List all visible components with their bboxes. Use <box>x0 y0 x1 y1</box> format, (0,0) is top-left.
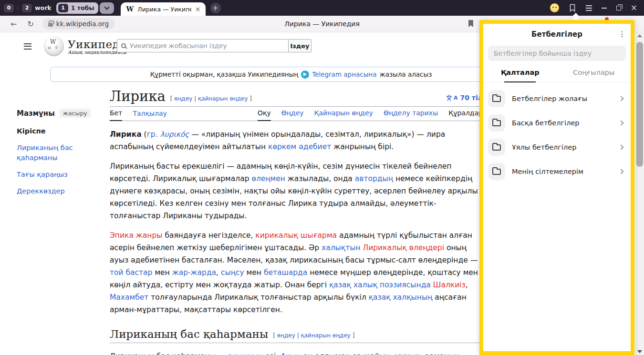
tab-page[interactable]: Бет <box>110 109 122 121</box>
wikipedia-globe-logo[interactable] <box>44 36 64 56</box>
wikipedia-favicon: W <box>126 5 134 13</box>
banner-text-after: жазыла аласыз <box>379 71 432 78</box>
profile-avatar[interactable] <box>550 3 559 12</box>
title-edit-links[interactable]: [ өңдеу | қайнарын өңдеу ] <box>170 95 252 102</box>
toc-item-intro[interactable]: Кіріспе <box>17 126 102 136</box>
browser-tab-bar: 0 2 work 1 1 тобы W Лирика — Уикипедия ×… <box>0 0 644 16</box>
back-button[interactable]: ← <box>10 20 17 29</box>
paragraph-2: Лириканың басты ерекшелігі — адамның көң… <box>110 160 483 222</box>
folder-label: Бетбелгілер жолағы <box>512 95 587 102</box>
tab-group-dropdown-button[interactable] <box>100 2 114 14</box>
folder-icon <box>488 163 505 180</box>
page-scrollbar[interactable] <box>635 32 644 355</box>
search-icon <box>121 43 126 48</box>
folder-row-other-bookmarks[interactable]: Басқа бетбелгілер <box>488 113 626 132</box>
folder-label: Басқа бетбелгілер <box>512 119 580 127</box>
paragraph-3: Эпика жанры баяндауға негізделсе, кирика… <box>110 229 483 316</box>
folder-row-bookmarks-bar[interactable]: Бетбелгілер жолағы <box>488 89 626 108</box>
wiki-search-box[interactable] <box>117 39 289 52</box>
paragraph-1: Лирика (гр. λυρικός — «лираның үнімен ор… <box>110 128 483 153</box>
bookmarks-panel: Бетбелгілер ⋮ Қалталар Соңғылары Бетбелг… <box>479 20 634 355</box>
wiki-search-button[interactable]: Іздеу <box>289 39 312 52</box>
page-tabs: Бет Талқылау Оқу Өңдеу Қайнарын өңдеу Өң… <box>110 107 483 121</box>
panel-menu-icon[interactable]: ⋮ <box>618 30 626 39</box>
chevron-right-icon <box>618 169 623 174</box>
url-field[interactable]: kk.wikipedia.org <box>42 18 114 30</box>
folder-icon <box>488 90 505 107</box>
tab-group-work-label[interactable]: work <box>35 4 52 11</box>
folder-icon <box>488 139 505 156</box>
banner-text-before: Құрметті оқырман, қазақша Уикипедияның <box>150 71 299 78</box>
restore-window-button[interactable] <box>616 6 621 10</box>
chevron-right-icon <box>618 144 623 150</box>
telegram-icon <box>301 71 309 79</box>
chevron-right-icon <box>618 96 623 101</box>
toc-item-sources[interactable]: Дереккөздер <box>17 186 102 196</box>
wiki-search: Іздеу <box>117 39 312 52</box>
telegram-link[interactable]: Telegram арнасына <box>312 71 376 78</box>
tab-group-work-badge[interactable]: 2 <box>22 4 32 12</box>
tab-edit-source[interactable]: Қайнарын өңдеу <box>314 109 373 121</box>
reload-button[interactable]: ↻ <box>27 20 33 29</box>
toc-item-see-also[interactable]: Тағы қараңыз <box>17 170 102 180</box>
scroll-up-arrow[interactable] <box>637 34 642 37</box>
tab-tools[interactable]: Құралдар <box>448 109 483 121</box>
scroll-down-arrow[interactable] <box>637 350 642 353</box>
panel-title: Бетбелгілер <box>531 30 582 39</box>
article: Лирика [ өңдеу | қайнарын өңдеу ] A 70 т… <box>110 90 483 355</box>
tab-history[interactable]: Өңделу тарихы <box>384 109 438 121</box>
close-window-button[interactable]: × <box>631 4 637 12</box>
toc-item-main-hero[interactable]: Лириканың бас қаһарманы <box>17 143 102 163</box>
tab-close-icon[interactable]: × <box>195 6 201 12</box>
chevron-down-icon <box>104 4 109 10</box>
folder-label: Ұялы бетбелгілер <box>512 143 576 151</box>
tab-talk[interactable]: Талқылау <box>133 110 166 121</box>
chevron-right-icon <box>618 120 623 125</box>
toc-hide-button[interactable]: жасыру <box>60 109 91 118</box>
bookmark-page-icon[interactable] <box>467 20 474 28</box>
panel-search-input[interactable] <box>494 50 620 57</box>
article-title: Лирика <box>110 90 166 103</box>
panel-tab-folders[interactable]: Қалталар <box>483 69 557 82</box>
scrollbar-thumb[interactable] <box>636 42 643 167</box>
lock-icon <box>48 23 53 27</box>
paragraph-4: Лириканың бас қаһарманы — ақынның өзі. А… <box>110 350 483 355</box>
tab-group-0-badge[interactable]: 0 <box>4 4 14 12</box>
language-icon-letter: A <box>454 95 458 101</box>
language-button[interactable]: A 70 тіл <box>446 94 483 101</box>
tab-title: Лирика — Уикипедия <box>137 6 191 13</box>
telegram-banner: Құрметті оқырман, қазақша Уикипедияның T… <box>50 67 532 82</box>
folder-row-my-links[interactable]: Менің сілтемелерім <box>488 162 626 181</box>
section-heading: Лириканың бас қаһарманы <box>110 328 268 340</box>
section-edit-links[interactable]: [ өңдеу | қайнарын өңдеу ] <box>273 332 354 339</box>
wiki-menu-icon[interactable] <box>24 43 31 50</box>
minimize-button[interactable] <box>602 8 607 9</box>
tab-group-1-badge: 1 <box>58 4 68 12</box>
table-of-contents: Мазмұны жасыру Кіріспе Лириканың бас қаһ… <box>17 109 102 203</box>
wiki-search-input[interactable] <box>130 42 284 50</box>
folder-label: Менің сілтемелерім <box>512 168 583 175</box>
toc-header: Мазмұны <box>17 109 55 118</box>
browser-menu-icon[interactable] <box>586 5 592 11</box>
panel-tabs: Қалталар Соңғылары <box>483 69 631 82</box>
folder-row-mobile-bookmarks[interactable]: Ұялы бетбелгілер <box>488 138 626 157</box>
active-browser-tab[interactable]: W Лирика — Уикипедия × <box>121 2 206 16</box>
folder-icon <box>488 114 505 132</box>
panel-tab-recent[interactable]: Соңғылары <box>557 69 631 82</box>
tab-edit[interactable]: Өңдеу <box>281 109 304 121</box>
bookmarks-toolbar-icon[interactable] <box>569 4 576 12</box>
tab-group-separator <box>18 5 18 11</box>
panel-search-box[interactable] <box>488 46 626 61</box>
new-tab-button[interactable]: + <box>210 3 221 13</box>
tab-read[interactable]: Оқу <box>258 109 271 121</box>
tab-group-active-pill[interactable]: 1 1 тобы <box>56 2 98 14</box>
tab-group-1-label: 1 тобы <box>71 4 94 11</box>
language-icon <box>446 94 453 101</box>
url-text: kk.wikipedia.org <box>56 20 109 28</box>
